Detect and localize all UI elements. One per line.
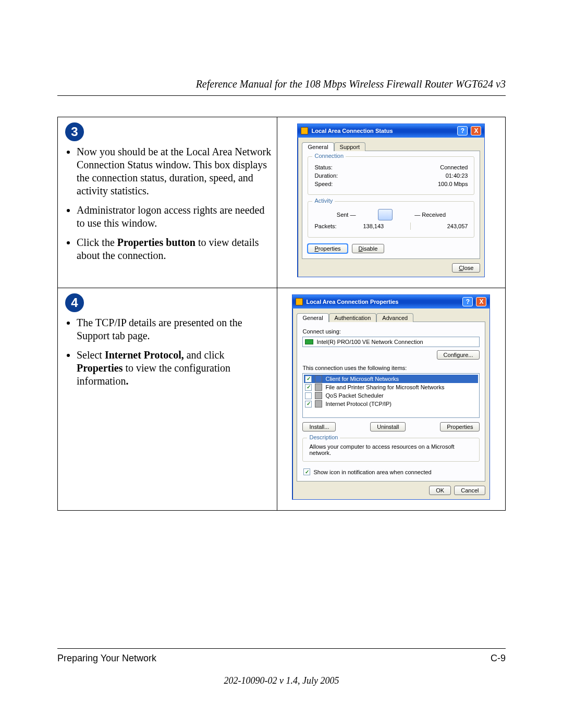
help-button[interactable]: ? [462, 297, 473, 306]
lan-status-window: Local Area Connection Status ? X General… [297, 124, 485, 277]
packets-sent-value: 138,143 [363, 223, 384, 229]
checkbox[interactable] [305, 392, 312, 399]
lan-properties-title: Local Area Connection Properties [306, 299, 398, 305]
component-icon [315, 392, 322, 399]
activity-icon [378, 209, 393, 220]
lan-properties-titlebar[interactable]: Local Area Connection Properties ? X [292, 295, 489, 309]
step4-text-cell: 4 The TCP/IP details are presented on th… [58, 288, 277, 511]
component-properties-button[interactable]: Properties [440, 422, 480, 431]
step-badge-4: 4 [65, 293, 84, 312]
components-listbox[interactable]: ✓Client for Microsoft Networks✓File and … [302, 373, 480, 418]
window-icon [296, 298, 303, 305]
lan-properties-window: Local Area Connection Properties ? X Gen… [292, 294, 490, 500]
step-badge-3: 3 [65, 122, 84, 141]
checkbox[interactable]: ✓ [305, 401, 312, 408]
description-legend: Description [307, 434, 340, 440]
list-item[interactable]: ✓File and Printer Sharing for Microsoft … [304, 383, 478, 391]
adapter-field: Intel(R) PRO/100 VE Network Connection [302, 337, 480, 347]
description-group: Description Allows your computer to acce… [302, 438, 480, 462]
show-icon-checkbox[interactable]: ✓ [303, 468, 310, 475]
step4-bullet2: Select Internet Protocol, and click Prop… [77, 349, 272, 388]
activity-group: Activity Sent — — Received Packets: [308, 201, 474, 238]
close-button[interactable]: Close [452, 263, 480, 273]
activity-legend: Activity [312, 198, 335, 204]
duration-label: Duration: [314, 172, 338, 179]
help-button[interactable]: ? [457, 126, 468, 135]
checkbox[interactable]: ✓ [305, 384, 312, 391]
window-icon [301, 127, 308, 134]
show-icon-label: Show icon in notification area when conn… [313, 469, 431, 475]
doc-meta: 202-10090-02 v 1.4, July 2005 [57, 675, 506, 686]
nic-icon [305, 339, 313, 344]
checkbox[interactable]: ✓ [305, 376, 312, 382]
step4-bullet1: The TCP/IP details are presented on the … [77, 316, 272, 342]
packets-recv-value: 243,057 [447, 223, 468, 229]
duration-value: 01:40:23 [446, 172, 468, 179]
cancel-button[interactable]: Cancel [454, 486, 485, 495]
step3-figure-cell: Local Area Connection Status ? X General… [277, 117, 505, 288]
sent-label: Sent — [337, 212, 356, 218]
connect-using-label: Connect using: [302, 328, 480, 335]
component-icon [315, 400, 322, 408]
tab-general[interactable]: General [297, 313, 328, 322]
tab-support[interactable]: Support [334, 142, 366, 151]
list-item-label: Client for Microsoft Networks [325, 376, 399, 382]
footer-section: Preparing Your Network [57, 653, 156, 664]
properties-button[interactable]: Properties [308, 244, 347, 253]
footer-pagenum: C-9 [491, 653, 506, 664]
step3-bullet3: Click the Properties button to view deta… [77, 236, 272, 262]
packets-label: Packets: [314, 223, 336, 229]
step4-figure-cell: Local Area Connection Properties ? X Gen… [277, 288, 505, 511]
speed-label: Speed: [314, 181, 333, 187]
manual-title: Reference Manual for the 108 Mbps Wirele… [57, 78, 506, 96]
list-item-label: File and Printer Sharing for Microsoft N… [325, 384, 444, 390]
items-label: This connection uses the following items… [302, 365, 480, 371]
connection-legend: Connection [312, 153, 346, 159]
steps-table: 3 Now you should be at the Local Area Ne… [57, 117, 506, 511]
disable-button[interactable]: Disable [352, 244, 385, 253]
step3-bullet1: Now you should be at the Local Area Netw… [77, 145, 272, 198]
tab-advanced[interactable]: Advanced [376, 313, 413, 322]
close-icon[interactable]: X [476, 297, 486, 306]
component-icon [315, 375, 322, 382]
list-item[interactable]: QoS Packet Scheduler [304, 391, 478, 400]
component-icon [315, 384, 322, 391]
tab-general[interactable]: General [302, 142, 334, 151]
step3-text-cell: 3 Now you should be at the Local Area Ne… [58, 117, 277, 288]
show-icon-checkbox-row[interactable]: ✓ Show icon in notification area when co… [302, 468, 480, 476]
received-label: — Received [414, 212, 446, 218]
description-text: Allows your computer to access resources… [309, 443, 473, 456]
step3-bullet2: Administrator logon access rights are ne… [77, 204, 272, 230]
list-item-label: Internet Protocol (TCP/IP) [325, 401, 391, 407]
lan-status-titlebar[interactable]: Local Area Connection Status ? X [298, 124, 484, 138]
status-value: Connected [440, 164, 468, 170]
configure-button[interactable]: Configure... [437, 350, 480, 360]
lan-status-title: Local Area Connection Status [311, 128, 393, 134]
connection-group: Connection Status:Connected Duration:01:… [308, 156, 474, 195]
install-button[interactable]: Install... [302, 422, 336, 431]
status-label: Status: [314, 164, 332, 170]
adapter-name: Intel(R) PRO/100 VE Network Connection [316, 339, 423, 345]
list-item[interactable]: ✓Client for Microsoft Networks [304, 375, 478, 383]
ok-button[interactable]: OK [429, 486, 451, 495]
page-footer: Preparing Your Network C-9 [57, 648, 506, 664]
list-item-label: QoS Packet Scheduler [325, 392, 383, 399]
speed-value: 100.0 Mbps [438, 181, 468, 187]
tab-authentication[interactable]: Authentication [329, 313, 377, 322]
list-item[interactable]: ✓Internet Protocol (TCP/IP) [304, 400, 478, 408]
uninstall-button[interactable]: Uninstall [370, 422, 406, 431]
close-icon[interactable]: X [471, 126, 481, 135]
